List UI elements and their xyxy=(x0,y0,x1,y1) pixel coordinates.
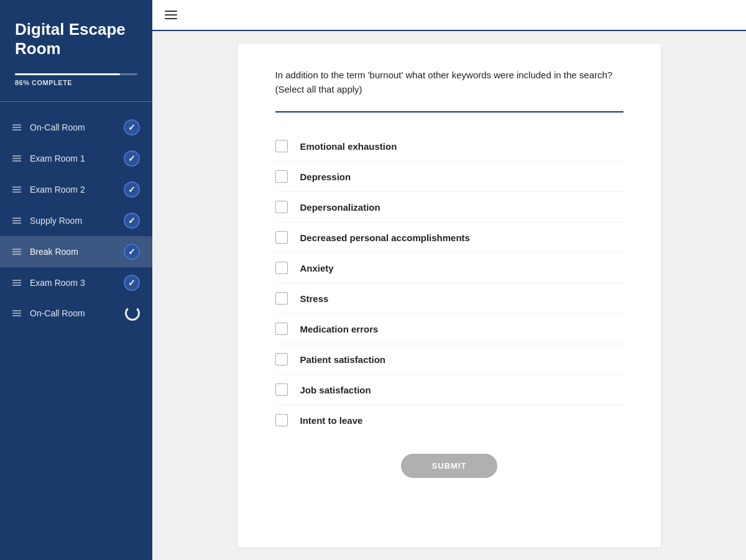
sidebar-item-on-call-1[interactable]: On-Call Room✓ xyxy=(0,112,152,143)
checkbox-opt7[interactable] xyxy=(275,323,288,335)
check-completed-icon: ✓ xyxy=(124,181,140,198)
option-row-opt4[interactable]: Decreased personal accomplishments xyxy=(275,223,624,253)
checkbox-opt2[interactable] xyxy=(275,170,288,183)
submit-container: SUBMIT xyxy=(275,454,624,478)
nav-item-label: Exam Room 1 xyxy=(30,154,124,163)
submit-button[interactable]: SUBMIT xyxy=(401,454,498,478)
checkbox-opt1[interactable] xyxy=(275,140,288,152)
option-label-opt4: Decreased personal accomplishments xyxy=(300,232,470,243)
menu-lines-icon xyxy=(12,217,22,224)
hamburger-line-3 xyxy=(165,18,177,19)
hamburger-line-2 xyxy=(165,14,177,16)
option-label-opt10: Intent to leave xyxy=(300,415,363,426)
hamburger-line-1 xyxy=(165,11,177,12)
progress-bar-fill xyxy=(15,73,120,75)
option-label-opt3: Depersonalization xyxy=(300,202,380,213)
menu-lines-icon xyxy=(12,248,22,255)
menu-button[interactable] xyxy=(165,11,177,19)
main-wrapper: In addition to the term 'burnout' what o… xyxy=(152,0,746,560)
option-row-opt6[interactable]: Stress xyxy=(275,283,624,314)
option-row-opt8[interactable]: Patient satisfaction xyxy=(275,344,624,375)
menu-lines-icon xyxy=(12,186,22,193)
question-divider xyxy=(275,111,624,112)
nav-item-label: Exam Room 3 xyxy=(30,278,124,288)
nav-item-label: On-Call Room xyxy=(30,122,124,132)
sidebar-item-exam-2[interactable]: Exam Room 2✓ xyxy=(0,174,152,205)
menu-lines-icon xyxy=(12,155,22,162)
check-completed-icon: ✓ xyxy=(124,213,140,229)
sidebar: Digital Escape Room 86% Complete On-Call… xyxy=(0,0,152,560)
sidebar-nav: On-Call Room✓ Exam Room 1✓ Exam Room 2✓ … xyxy=(0,107,152,560)
check-in-progress-icon xyxy=(125,306,140,321)
option-row-opt7[interactable]: Medication errors xyxy=(275,314,624,344)
app-title: Digital Escape Room xyxy=(0,0,152,68)
option-label-opt1: Emotional exhaustion xyxy=(300,141,397,152)
menu-lines-icon xyxy=(12,124,22,131)
checkbox-opt10[interactable] xyxy=(275,414,288,426)
option-label-opt7: Medication errors xyxy=(300,324,379,334)
sidebar-item-break[interactable]: Break Room✓ xyxy=(0,236,152,267)
option-row-opt5[interactable]: Anxiety xyxy=(275,253,624,283)
checkbox-opt8[interactable] xyxy=(275,353,288,365)
checkbox-opt3[interactable] xyxy=(275,201,288,213)
menu-lines-icon xyxy=(12,279,22,287)
nav-item-label: Supply Room xyxy=(30,216,124,226)
option-label-opt6: Stress xyxy=(300,293,329,304)
option-row-opt9[interactable]: Job satisfaction xyxy=(275,375,624,405)
progress-container: 86% Complete xyxy=(0,68,152,96)
question-text: In addition to the term 'burnout' what o… xyxy=(275,68,624,96)
progress-bar-background xyxy=(15,73,137,75)
check-completed-icon: ✓ xyxy=(124,150,140,167)
option-label-opt5: Anxiety xyxy=(300,263,334,273)
sidebar-item-exam-3[interactable]: Exam Room 3✓ xyxy=(0,267,152,298)
options-list: Emotional exhaustionDepressionDepersonal… xyxy=(275,131,624,435)
checkbox-opt5[interactable] xyxy=(275,262,288,274)
menu-lines-icon xyxy=(12,310,22,317)
top-bar xyxy=(152,0,746,31)
option-label-opt9: Job satisfaction xyxy=(300,385,371,395)
nav-item-label: Exam Room 2 xyxy=(30,185,124,195)
sidebar-item-exam-1[interactable]: Exam Room 1✓ xyxy=(0,143,152,174)
sidebar-divider xyxy=(0,101,152,102)
sidebar-item-supply[interactable]: Supply Room✓ xyxy=(0,205,152,236)
nav-item-label: On-Call Room xyxy=(30,308,125,318)
nav-item-label: Break Room xyxy=(30,247,124,257)
option-label-opt2: Depression xyxy=(300,172,351,182)
option-label-opt8: Patient satisfaction xyxy=(300,354,386,365)
content-card: In addition to the term 'burnout' what o… xyxy=(238,44,661,548)
option-row-opt3[interactable]: Depersonalization xyxy=(275,192,624,223)
checkbox-opt4[interactable] xyxy=(275,231,288,244)
checkbox-opt6[interactable] xyxy=(275,292,288,305)
check-completed-icon: ✓ xyxy=(124,244,140,260)
check-completed-icon: ✓ xyxy=(124,119,140,135)
option-row-opt10[interactable]: Intent to leave xyxy=(275,405,624,435)
check-completed-icon: ✓ xyxy=(124,275,140,291)
option-row-opt2[interactable]: Depression xyxy=(275,162,624,192)
progress-label: 86% Complete xyxy=(15,79,137,86)
checkbox-opt9[interactable] xyxy=(275,383,288,396)
option-row-opt1[interactable]: Emotional exhaustion xyxy=(275,131,624,162)
content-area: In addition to the term 'burnout' what o… xyxy=(152,31,746,560)
sidebar-item-on-call-2[interactable]: On-Call Room xyxy=(0,298,152,328)
